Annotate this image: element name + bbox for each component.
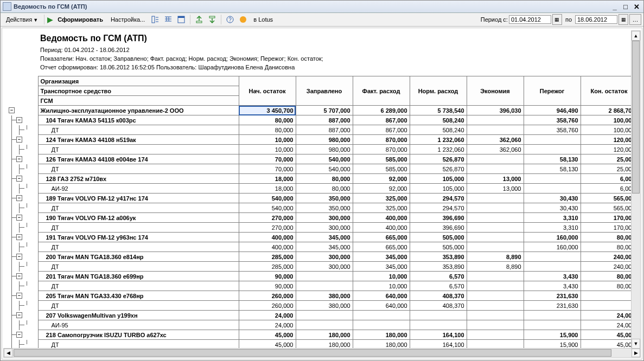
- table-row[interactable]: −189 Тягач VOLVO FM-12 у417нс 174540,000…: [8, 194, 631, 203]
- table-row[interactable]: −190 Тягач VOLVO FM-12 а006ук270,000300,…: [8, 213, 631, 223]
- cell-value: 24,000: [239, 320, 296, 330]
- col-econ[interactable]: Экономия: [467, 76, 524, 106]
- cell-value: 380,000: [296, 301, 353, 311]
- vscroll-thumb[interactable]: [632, 41, 640, 194]
- table-row[interactable]: −128 ГАЗ 2752 м710вх18,00080,00092,00010…: [8, 174, 631, 184]
- col-norm[interactable]: Норм. расход: [410, 76, 467, 106]
- scroll-down-button[interactable]: ▼: [632, 339, 640, 349]
- collapse-icon[interactable]: −: [16, 273, 22, 279]
- tree-cell: [8, 125, 38, 135]
- table-row[interactable]: −201 Тягач MAN TGA18.360 е699нр90,00010,…: [8, 272, 631, 281]
- collapse-icon[interactable]: −: [16, 117, 22, 123]
- table-row[interactable]: АИ-9218,00080,00092,000105,00013,0006,00…: [8, 184, 631, 194]
- row-name: 190 Тягач VOLVO FM-12 а006ук: [38, 213, 239, 223]
- row-name: ДТ: [38, 164, 239, 174]
- calendar-to-button[interactable]: ▦: [619, 14, 628, 25]
- collapse-icon[interactable]: −: [16, 332, 22, 338]
- table-row[interactable]: −207 VolkswagenMultivan у199хн24,00024,0…: [8, 311, 631, 320]
- table-row[interactable]: −191 Тягач VOLVO FM-12 у963нс 174400,000…: [8, 233, 631, 242]
- cell-value: 345,000: [353, 252, 410, 262]
- table-row[interactable]: АИ-9524,00024,000: [8, 320, 631, 330]
- cell-value: [467, 194, 524, 203]
- tool-icon-4[interactable]: [193, 14, 205, 25]
- table-row[interactable]: ДТ285,000300,000345,000353,8908,890240,0…: [8, 262, 631, 272]
- table-row[interactable]: −104 Тягач КАМАЗ 54115 к003рс80,000887,0…: [8, 115, 631, 125]
- table-row[interactable]: ДТ260,000380,000640,000408,370231,630: [8, 301, 631, 311]
- period-more-button[interactable]: …: [629, 14, 641, 25]
- col-vehicle[interactable]: Транспортное средство: [38, 86, 239, 96]
- table-row[interactable]: −Жилищно-эксплуатационное управление-2 О…: [8, 106, 631, 115]
- table-row[interactable]: ДТ400,000345,000665,000505,000160,00080,…: [8, 242, 631, 252]
- collapse-icon[interactable]: −: [16, 176, 22, 182]
- tree-cell: [8, 223, 38, 233]
- collapse-icon[interactable]: −: [16, 156, 22, 162]
- cell-value: 300,000: [296, 262, 353, 272]
- hscroll-thumb[interactable]: [14, 349, 611, 357]
- table-row[interactable]: −124 Тягач КАМАЗ 44108 н519ак10,000980,0…: [8, 135, 631, 145]
- horizontal-scrollbar[interactable]: ◀ ▶: [3, 348, 641, 358]
- table-row[interactable]: ДТ90,00010,0006,5703,43080,000: [8, 281, 631, 291]
- col-burn[interactable]: Пережог: [524, 76, 581, 106]
- col-end[interactable]: Кон. остаток: [581, 76, 631, 106]
- maximize-button[interactable]: □: [621, 2, 630, 11]
- date-from-input[interactable]: [509, 15, 551, 24]
- cell-value: 30,430: [524, 194, 581, 203]
- date-to-input[interactable]: [575, 15, 617, 24]
- cell-value: [467, 125, 524, 135]
- cell-value: 294,570: [410, 203, 467, 213]
- collapse-icon[interactable]: −: [16, 215, 22, 221]
- row-name: 201 Тягач MAN TGA18.360 е699нр: [38, 272, 239, 281]
- table-row[interactable]: ДТ540,000350,000325,000294,57030,430565,…: [8, 203, 631, 213]
- table-row[interactable]: −126 Тягач КАМАЗ 44108 е004ве 17470,0005…: [8, 154, 631, 164]
- form-button[interactable]: Сформировать: [54, 15, 106, 24]
- col-filled[interactable]: Заправлено: [296, 76, 353, 106]
- table-row[interactable]: ДТ70,000540,000585,000526,87058,13025,00…: [8, 164, 631, 174]
- collapse-icon[interactable]: −: [16, 293, 22, 299]
- tool-icon-5[interactable]: [206, 14, 218, 25]
- table-row[interactable]: ДТ10,000980,000870,0001 232,060362,06012…: [8, 145, 631, 154]
- scroll-right-button[interactable]: ▶: [632, 349, 640, 357]
- settings-button[interactable]: Настройка...: [107, 15, 148, 24]
- cell-value: [467, 203, 524, 213]
- lotus-icon[interactable]: [237, 14, 249, 25]
- tree-cell: −: [8, 106, 38, 115]
- table-row[interactable]: ДТ270,000300,000400,000396,6903,310170,0…: [8, 223, 631, 233]
- col-org[interactable]: Организация: [38, 76, 239, 86]
- actions-menu[interactable]: Действия▼: [3, 15, 41, 24]
- app-window: Ведомость по ГСМ (АТП) _ □ ✕ Действия▼ ▶…: [0, 0, 644, 361]
- cell-value: 13,000: [467, 184, 524, 194]
- collapse-icon[interactable]: −: [16, 234, 22, 240]
- cell-value: 80,000: [239, 125, 296, 135]
- scroll-up-button[interactable]: ▲: [632, 31, 640, 41]
- table-row[interactable]: −205 Тягач MAN TGA33.430 е768нр260,00038…: [8, 291, 631, 301]
- row-name: АИ-92: [38, 184, 239, 194]
- vertical-scrollbar[interactable]: ▲ ▼: [631, 30, 641, 349]
- table-row[interactable]: −200 Тягач MAN TGA18.360 е814нр285,00030…: [8, 252, 631, 262]
- scroll-left-button[interactable]: ◀: [4, 349, 12, 357]
- cell-value: [581, 291, 631, 301]
- help-button[interactable]: ?: [224, 14, 236, 25]
- col-start[interactable]: Нач. остаток: [239, 76, 296, 106]
- lotus-button[interactable]: в Lotus: [250, 15, 276, 24]
- minimize-button[interactable]: _: [610, 2, 620, 11]
- table-row[interactable]: ДТ80,000887,000867,000508,240358,760100,…: [8, 125, 631, 135]
- close-button[interactable]: ✕: [632, 2, 641, 11]
- tool-icon-2[interactable]: [162, 14, 174, 25]
- cell-value: 80,000: [239, 115, 296, 125]
- col-fact[interactable]: Факт. расход: [353, 76, 410, 106]
- collapse-icon[interactable]: −: [16, 137, 22, 143]
- tool-icon-3[interactable]: [175, 14, 187, 25]
- tool-icon-1[interactable]: [149, 14, 161, 25]
- collapse-icon[interactable]: −: [16, 254, 22, 260]
- table-row[interactable]: −218 Самопогрузчик ISUZU TURBO а627хс45,…: [8, 330, 631, 340]
- cell-value: 92,000: [353, 174, 410, 184]
- calendar-from-button[interactable]: ▦: [552, 14, 562, 25]
- dropdown-icon: ▼: [33, 17, 38, 23]
- row-name: ДТ: [38, 262, 239, 272]
- col-fuel[interactable]: ГСМ: [38, 96, 239, 106]
- collapse-icon[interactable]: −: [16, 195, 22, 201]
- cell-value: 585,000: [353, 164, 410, 174]
- collapse-icon[interactable]: −: [9, 107, 15, 113]
- collapse-icon[interactable]: −: [16, 312, 22, 318]
- report-generated: Отчет сформирован: 18.06.2012 16:52:05 П…: [40, 63, 631, 72]
